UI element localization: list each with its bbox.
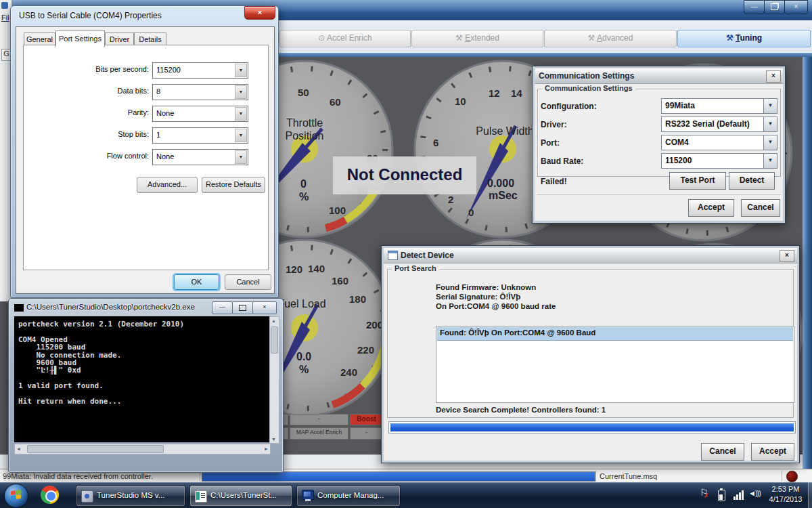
volume-icon[interactable]: ◄)))	[748, 489, 761, 497]
chevron-down-icon[interactable]: ▼	[763, 154, 777, 168]
tunerstudio-icon	[81, 490, 93, 503]
toolbar-button-advanced[interactable]: ⚒ Advanced	[544, 30, 677, 47]
chevron-down-icon[interactable]: ▼	[763, 99, 777, 113]
accept-button[interactable]: Accept	[688, 199, 734, 217]
found-device-item[interactable]: Found: Ô!ÎVþ On Port:COM4 @ 9600 Baud	[437, 327, 793, 341]
tab-driver[interactable]: Driver	[105, 33, 134, 46]
toolbar-button-accel-enrich[interactable]: ⊙ Accel Enrich	[279, 30, 411, 47]
field-label: Configuration:	[541, 102, 597, 111]
window-titlebar[interactable]: Detect Device ×	[384, 248, 797, 263]
close-icon: ×	[785, 251, 789, 259]
baud-rate-select[interactable]: 115200 ▼	[661, 153, 777, 169]
start-button[interactable]	[4, 484, 28, 508]
scroll-left-icon[interactable]: ◄	[16, 446, 21, 451]
gauge-icon: ⊙	[318, 33, 327, 43]
gauge-units: mSec	[489, 190, 518, 202]
tab-details[interactable]: Details	[134, 33, 166, 46]
field-label: Stop bits:	[68, 130, 149, 138]
close-button[interactable]: ×	[784, 0, 808, 14]
network-signal-icon[interactable]	[734, 489, 746, 500]
toolbar-button-tuning[interactable]: ⚒ Tuning	[677, 30, 811, 47]
toolbar-label: xtended	[470, 33, 499, 43]
accept-button[interactable]: Accept	[751, 443, 794, 461]
close-button[interactable]: ×	[252, 301, 277, 314]
chevron-down-icon[interactable]: ▼	[235, 85, 247, 99]
show-desktop-button[interactable]	[808, 482, 812, 508]
data-bits-select[interactable]: 8 ▼	[152, 84, 248, 100]
chevron-down-icon[interactable]: ▼	[235, 129, 247, 142]
selected-value: None	[156, 109, 174, 117]
cancel-button[interactable]: Cancel	[741, 199, 780, 217]
indicator: -	[350, 427, 383, 440]
scrollbar-thumb[interactable]	[27, 445, 164, 453]
divider	[537, 194, 781, 195]
toolbar-button-extended[interactable]: ⚒ Extended	[411, 30, 543, 47]
file-menu[interactable]: Fil	[1, 14, 9, 22]
chevron-down-icon[interactable]: ▼	[235, 107, 247, 121]
divider	[595, 471, 596, 482]
battery-icon[interactable]	[718, 490, 725, 501]
console-output: portcheck version 2.1 (December 2010) CO…	[18, 320, 184, 405]
field-label: Data bits:	[68, 87, 149, 95]
port-select[interactable]: COM4 ▼	[661, 135, 777, 150]
tab-page: Bits per second: 115200 ▼ Data bits: 8 ▼…	[23, 45, 269, 270]
found-devices-list[interactable]: Found: Ô!ÎVþ On Port:COM4 @ 9600 Baud	[436, 326, 794, 403]
field-label: Port:	[541, 138, 560, 148]
cancel-button[interactable]: Cancel	[225, 274, 271, 290]
restore-button[interactable]	[764, 0, 785, 14]
taskbar-clock[interactable]: 2:53 PM 4/17/2013	[763, 484, 808, 506]
minimize-button[interactable]: —	[212, 301, 233, 314]
selected-value: 99Miata	[665, 101, 695, 110]
detect-button[interactable]: Detect	[729, 172, 775, 190]
chevron-down-icon[interactable]: ▼	[235, 64, 247, 77]
action-center-flag-icon[interactable]: ⚐✗	[700, 487, 708, 498]
tick-label: 140	[308, 263, 325, 274]
driver-select[interactable]: RS232 Serial (Default) ▼	[661, 117, 777, 132]
taskbar-item-computer-management[interactable]: Computer Manag...	[296, 485, 401, 507]
tick-label: 6	[433, 137, 438, 148]
window-titlebar[interactable]: Communication Settings ×	[535, 68, 783, 84]
chrome-icon[interactable]	[41, 486, 59, 504]
tick-label: 12	[489, 87, 500, 99]
chevron-down-icon[interactable]: ▼	[235, 150, 247, 164]
cancel-button[interactable]: Cancel	[701, 443, 744, 461]
serial-signature-line: Serial Signature: Ô!ÎVþ	[436, 293, 520, 301]
selected-value: COM4	[665, 137, 689, 147]
configuration-select[interactable]: 99Miata ▼	[661, 98, 777, 114]
toolbar-label: dvanced	[602, 33, 633, 43]
scroll-right-icon[interactable]: ►	[264, 446, 269, 451]
test-port-button[interactable]: Test Port	[669, 172, 726, 190]
connection-status-icon	[786, 471, 798, 482]
ok-button[interactable]: OK	[174, 274, 219, 290]
scrollbar-thumb[interactable]	[271, 326, 278, 354]
chevron-down-icon[interactable]: ▼	[763, 117, 777, 131]
maximize-button[interactable]	[232, 301, 253, 314]
indicator: -	[290, 414, 348, 425]
parity-select[interactable]: None ▼	[152, 106, 248, 122]
close-button[interactable]: ×	[766, 70, 781, 83]
portcheck-console-window: C:\Users\TunerStudio\Desktop\portcheckv2…	[8, 298, 284, 473]
tab-port-settings[interactable]: Port Settings	[55, 30, 105, 47]
window-title: USB to Serial Cable (COM4) Properties	[19, 11, 162, 20]
chevron-down-icon[interactable]: ▼	[763, 135, 777, 150]
field-label: Driver:	[541, 120, 567, 129]
flow-control-select[interactable]: None ▼	[152, 149, 248, 165]
close-button[interactable]: ×	[244, 6, 275, 20]
tab-general[interactable]: General	[24, 33, 55, 46]
restore-defaults-button[interactable]: Restore Defaults	[202, 177, 265, 193]
group-label: Port Search	[392, 264, 439, 272]
horizontal-scrollbar[interactable]: ◄ ►	[14, 444, 271, 454]
scroll-down-icon[interactable]: ▼	[270, 437, 277, 442]
clock-date: 4/17/2013	[763, 495, 808, 503]
taskbar-item-tunerstudio[interactable]: TunerStudio MS v...	[76, 485, 185, 507]
scroll-up-icon[interactable]: ▲	[270, 318, 277, 323]
minimize-button[interactable]: —	[744, 0, 765, 14]
close-button[interactable]: ×	[780, 250, 794, 262]
bits-per-second-select[interactable]: 115200 ▼	[152, 62, 248, 79]
selected-value: 115200	[665, 156, 692, 165]
taskbar-item-console[interactable]: C:\Users\TunerSt...	[189, 485, 292, 507]
task-label: TunerStudio MS v...	[97, 491, 164, 499]
stop-bits-select[interactable]: 1 ▼	[152, 127, 248, 144]
vertical-scrollbar[interactable]: ▲ ▼	[269, 316, 279, 444]
advanced-button[interactable]: Advanced...	[137, 177, 198, 193]
